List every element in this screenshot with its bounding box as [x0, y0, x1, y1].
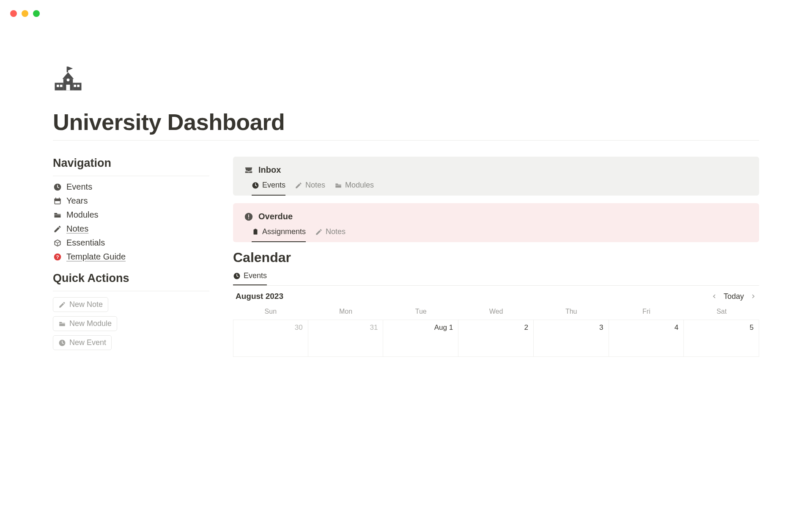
quick-action-label: New Event	[69, 338, 106, 347]
clock-icon	[252, 182, 259, 189]
nav-item-label: Notes	[66, 224, 88, 234]
inbox-tab-modules[interactable]: Modules	[335, 181, 374, 196]
svg-rect-0	[67, 66, 68, 72]
tab-label: Assignments	[262, 227, 306, 236]
clock-icon	[53, 182, 62, 192]
calendar-tab-events[interactable]: Events	[233, 271, 267, 285]
navigation-heading: Navigation	[53, 157, 209, 170]
nav-item-label: Events	[66, 182, 92, 192]
calendar-cell[interactable]: 4	[609, 320, 684, 357]
calendar-dow: Wed	[458, 305, 534, 320]
calendar-cell[interactable]: 30	[233, 320, 308, 357]
divider	[53, 176, 209, 176]
quick-action-label: New Module	[69, 319, 112, 328]
help-red-icon: ?	[53, 252, 62, 262]
inbox-tab-notes[interactable]: Notes	[295, 181, 325, 196]
svg-rect-9	[74, 85, 77, 87]
warning-icon	[244, 212, 253, 221]
inbox-tab-events[interactable]: Events	[252, 181, 285, 196]
calendar-dow: Thu	[534, 305, 609, 320]
overdue-tab-assignments[interactable]: Assignments	[252, 227, 306, 242]
calendar-dow: Sat	[684, 305, 759, 320]
divider	[53, 291, 209, 291]
tab-label: Notes	[326, 227, 346, 236]
minimize-window-button[interactable]	[22, 10, 28, 17]
clipboard-icon	[252, 228, 259, 236]
svg-rect-16	[59, 197, 60, 199]
calendar-dow: Mon	[308, 305, 384, 320]
clock-icon	[233, 272, 241, 280]
inbox-panel: Inbox EventsNotesModules	[233, 157, 759, 196]
svg-point-6	[67, 78, 70, 81]
nav-item-essentials[interactable]: Essentials	[53, 238, 209, 248]
tab-label: Events	[262, 181, 285, 190]
quick-action-new-event[interactable]: New Event	[53, 335, 112, 350]
svg-rect-17	[55, 201, 60, 204]
calendar-dow: Tue	[383, 305, 458, 320]
folder-icon	[335, 182, 342, 189]
svg-rect-15	[55, 197, 56, 199]
calendar-heading: Calendar	[233, 250, 759, 265]
calendar-prev-button[interactable]	[711, 293, 718, 300]
svg-rect-14	[55, 199, 61, 200]
page-title: University Dashboard	[53, 109, 759, 135]
calendar-cell[interactable]: 5	[684, 320, 759, 357]
calendar-dow: Sun	[233, 305, 308, 320]
calendar-tab-label: Events	[244, 271, 267, 280]
nav-item-modules[interactable]: Modules	[53, 210, 209, 220]
window-traffic-lights	[10, 10, 40, 17]
svg-rect-25	[254, 229, 258, 235]
pencil-icon	[315, 228, 323, 236]
pencil-icon	[58, 301, 66, 309]
nav-item-label: Essentials	[66, 238, 105, 248]
svg-rect-10	[77, 85, 80, 87]
pencil-icon	[295, 182, 302, 189]
close-window-button[interactable]	[10, 10, 17, 17]
nav-item-label: Modules	[66, 210, 99, 220]
nav-item-label: Years	[66, 196, 88, 206]
svg-marker-2	[63, 72, 74, 79]
svg-rect-23	[248, 214, 249, 217]
calendar-cell[interactable]: 2	[458, 320, 534, 357]
nav-item-events[interactable]: Events	[53, 182, 209, 192]
svg-rect-11	[66, 85, 70, 91]
folder-icon	[58, 320, 66, 328]
nav-item-template-guide[interactable]: ?Template Guide	[53, 252, 209, 262]
inbox-title: Inbox	[258, 165, 281, 175]
quick-action-new-module[interactable]: New Module	[53, 316, 117, 331]
overdue-tab-notes[interactable]: Notes	[315, 227, 346, 242]
calendar-today-button[interactable]: Today	[724, 292, 744, 301]
title-divider	[53, 140, 759, 141]
overdue-title: Overdue	[258, 212, 293, 221]
calendar-cell[interactable]: 31	[308, 320, 384, 357]
quick-action-new-note[interactable]: New Note	[53, 297, 108, 312]
quick-action-label: New Note	[69, 300, 103, 309]
page-icon-school[interactable]	[53, 66, 83, 96]
pencil-icon	[53, 224, 62, 234]
svg-rect-7	[57, 85, 59, 87]
clock-icon	[58, 339, 66, 347]
svg-rect-26	[255, 229, 257, 230]
svg-text:?: ?	[56, 254, 59, 260]
nav-item-label: Template Guide	[66, 252, 126, 262]
svg-rect-24	[248, 218, 249, 219]
calendar-month-label: August 2023	[236, 292, 283, 301]
svg-rect-8	[60, 85, 63, 87]
nav-item-notes[interactable]: Notes	[53, 224, 209, 234]
calendar-cell[interactable]: 3	[534, 320, 609, 357]
nav-item-years[interactable]: Years	[53, 196, 209, 206]
svg-marker-1	[68, 66, 73, 70]
overdue-panel: Overdue AssignmentsNotes	[233, 203, 759, 242]
fullscreen-window-button[interactable]	[33, 10, 40, 17]
calendar-icon	[53, 196, 62, 206]
inbox-icon	[244, 166, 253, 175]
box-icon	[53, 238, 62, 248]
calendar-cell[interactable]: Aug 1	[383, 320, 458, 357]
calendar-next-button[interactable]	[750, 293, 757, 300]
calendar-dow: Fri	[609, 305, 684, 320]
tab-label: Notes	[305, 181, 325, 190]
tab-label: Modules	[345, 181, 374, 190]
quick-actions-heading: Quick Actions	[53, 272, 209, 285]
folder-icon	[53, 210, 62, 220]
